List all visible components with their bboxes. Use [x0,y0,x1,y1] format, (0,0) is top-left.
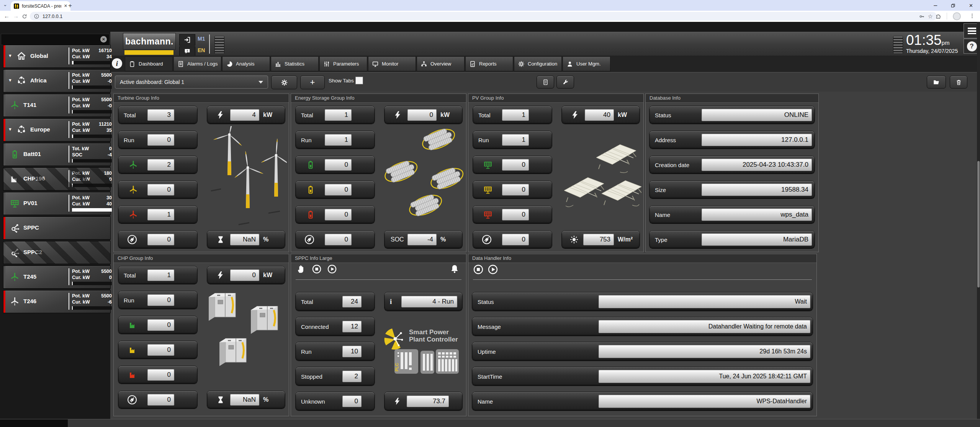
site-info-icon[interactable] [34,13,39,19]
tab-user-mgmt[interactable]: User Mgm. [563,56,610,71]
caret-down-icon[interactable]: ▼ [8,53,12,58]
header-grip-left [214,36,224,54]
vertical-scrollbar[interactable] [977,22,980,419]
tab-dashboard[interactable]: Dashboard [125,56,173,71]
tab-search-icon[interactable]: ⌄ [3,2,7,7]
tree-item-pv01[interactable]: PV01 Pot. kW30 Cur. kW40 [3,192,111,215]
plug-icon [481,234,492,245]
password-key-icon[interactable] [919,13,925,20]
caret-down-icon[interactable]: ▼ [8,127,12,131]
reload-button[interactable] [21,13,28,20]
brand-accent-bar [124,50,173,55]
tree-item-global[interactable]: ▼ Global Pot. kW16710 Cur. kW34 [3,45,111,68]
tab-parameters[interactable]: Parameters [319,56,367,71]
tree-item-sppc2[interactable]: SPPC2 [3,241,111,264]
clear-search-icon[interactable]: ✕ [100,36,107,43]
storage-offline: 0 [296,231,375,248]
browser-tab[interactable]: forsiteSCADA - premium ✕ [11,1,70,11]
active-dashboard-select[interactable]: Active dashboard: Global 1 [115,76,268,89]
panel-database-info: Database Info StatusONLINE Address127.0.… [645,94,819,252]
factory-icon [10,174,20,184]
bottom-scrollbar[interactable] [0,419,980,427]
tab-overview[interactable]: Overview [417,56,465,71]
chp-total: Total1 [118,266,197,284]
sun-icon [569,235,579,244]
tree-item-africa[interactable]: ▼ Africa Pot. kW5500 Cur. kW-0 [3,69,111,92]
window-restore-button[interactable] [950,3,956,8]
nav-tab-row: i Dashboard Alarms / Logs Analysis Stati… [110,56,980,72]
plug-icon [127,234,137,245]
status-strip [3,70,5,92]
tree-item-t246[interactable]: T246 Pot. kW5500 Cur. kW-6 [3,290,111,313]
status-strip [3,192,5,215]
open-dashboard-button[interactable] [927,76,946,89]
show-tabs-checkbox[interactable] [355,77,363,84]
site-favicon-icon [14,3,19,9]
dashboard-toolbar: Active dashboard: Global 1 + Show Tabs [110,72,980,92]
panel-title: PV Group Info [468,94,643,103]
tab-reports[interactable]: Reports [465,56,513,71]
tab-configuration[interactable]: Configuration [514,56,562,71]
profile-avatar[interactable] [953,12,961,20]
battery-green-icon [306,160,316,170]
plant-tree-sidebar: ✕ ▼ Global Pot. kW16710 Cur. kW34 ▼ Afri… [0,22,110,419]
caret-down-icon[interactable]: ▼ [8,78,12,82]
sppc-hub-icon [10,247,20,258]
notifications-button[interactable] [179,46,195,56]
tab-close-icon[interactable]: ✕ [64,3,67,8]
battery-red-icon [306,210,316,220]
status-strip [3,45,5,67]
dashboard-settings-button[interactable] [271,76,297,89]
factory-yellow-icon [128,345,137,355]
panel-title: Data Handler Info [468,254,816,263]
delete-dashboard-button[interactable] [950,76,967,89]
globe-home-icon [16,51,26,61]
window-minimize-button[interactable]: – [934,2,937,9]
scrollbar-thumb[interactable] [977,161,980,287]
tree-item-chp196[interactable]: CHP196 Pot. kW180 Cur. kW0 [3,168,111,191]
power-progress-bar [72,306,112,310]
tools-button[interactable] [556,76,574,89]
top-strip [110,22,980,32]
forward-button[interactable]: → [13,13,19,19]
new-tab-button[interactable]: + [68,2,72,9]
tree-item-sppc[interactable]: SPPC [3,217,111,240]
scada-app: bachmann. M1 EN 01:35pm Thursday, 24/07/… [0,22,980,427]
info-icon[interactable]: i [112,58,122,69]
browser-tab-strip: ⌄ forsiteSCADA - premium ✕ + – ✕ [0,0,980,11]
add-dashboard-button[interactable]: + [300,76,325,89]
bell-icon[interactable] [450,264,460,274]
stop-icon[interactable] [473,264,484,275]
manual-hand-icon[interactable] [296,264,306,274]
pv-ok: 0 [473,156,552,174]
tree-item-t141[interactable]: T141 Pot. kW5500 Cur. kW-0 [3,94,111,117]
play-icon[interactable] [327,264,337,274]
tree-item-batt01[interactable]: Batt01 Tot. kW0 SOC-4 [3,143,111,166]
stop-icon[interactable] [312,264,322,274]
tab-alarms-logs[interactable]: Alarms / Logs [173,56,221,71]
chp-ok: 0 [118,316,197,334]
browser-menu-icon[interactable] [969,13,975,19]
panel-chp-group: CHP Group Info Total1 Run0 0 0 0 0 0kW N… [113,254,289,416]
window-close-button[interactable]: ✕ [969,3,973,8]
bookmark-star-icon[interactable]: ☆ [928,13,933,20]
export-button[interactable] [537,76,554,89]
panel-datahandler-info: Data Handler Info StatusWait MessageData… [468,254,817,416]
login-button[interactable] [179,34,195,46]
tree-item-europe[interactable]: ▼ Europe Pot. kW11210 Cur. kW35 [3,118,111,141]
language-badge[interactable]: EN [198,47,205,53]
extensions-icon[interactable] [935,13,942,20]
play-icon[interactable] [488,264,498,275]
tab-monitor[interactable]: Monitor [368,56,416,71]
divider [473,279,812,280]
battery-icon [10,149,20,159]
tab-analysis[interactable]: Analysis [222,56,270,71]
tab-statistics[interactable]: Statistics [271,56,319,71]
show-tabs-label: Show Tabs [329,78,354,84]
turbine-error: 1 [118,206,197,223]
tree-item-t245[interactable]: T245 Pot. kW5500 Cur. kW0 [3,266,111,289]
address-bar[interactable]: 127.0.0.1 ☆ [30,12,937,21]
back-button[interactable]: ← [4,13,10,19]
tree-search-input[interactable]: ✕ [1,34,110,45]
divider [947,13,947,20]
